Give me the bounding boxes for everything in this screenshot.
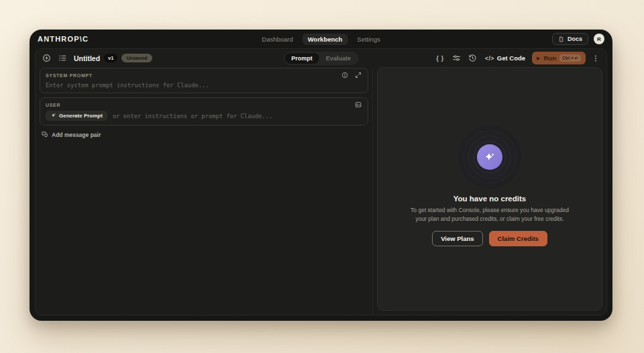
model-settings-icon[interactable] [450, 52, 462, 64]
user-message-input[interactable]: or enter instructions or prompt for Clau… [113, 113, 272, 119]
avatar[interactable]: R [594, 34, 604, 44]
variables-icon[interactable]: { } [434, 52, 446, 64]
sparkle-icon [50, 113, 56, 119]
nav-dashboard[interactable]: Dashboard [256, 34, 298, 45]
user-input-row: Generate Prompt or enter instructions or… [46, 111, 362, 121]
docs-label: Docs [568, 36, 582, 42]
credits-description: To get started with Console, please ensu… [408, 206, 572, 223]
get-code-button[interactable]: </> Get Code [482, 54, 528, 62]
get-code-label: Get Code [497, 54, 525, 62]
run-label: Run [543, 54, 555, 62]
user-message-actions [354, 101, 362, 109]
credits-actions: View Plans Claim Credits [432, 231, 547, 246]
add-message-pair-label: Add message pair [52, 132, 101, 138]
code-icon: </> [485, 55, 494, 62]
document-icon [558, 36, 565, 42]
add-message-pair-button[interactable]: Add message pair [41, 131, 101, 138]
credits-title: You have no credits [453, 195, 526, 203]
response-pane: You have no credits To get started with … [373, 67, 606, 315]
tab-prompt[interactable]: Prompt [284, 53, 319, 64]
prompt-title[interactable]: Untitled [74, 54, 100, 62]
kebab-menu-icon[interactable] [590, 52, 602, 64]
unsaved-badge: Unsaved [121, 54, 152, 62]
tab-evaluate[interactable]: Evaluate [319, 53, 358, 64]
prompt-list-icon[interactable] [56, 52, 68, 64]
system-prompt-box: SYSTEM PROMPT Enter system prompt instr [40, 68, 368, 93]
console-window: ANTHROP\C Dashboard Workbench Settings D… [30, 30, 612, 321]
image-attach-icon[interactable] [354, 101, 362, 109]
workbench-content: SYSTEM PROMPT Enter system prompt instr [36, 67, 606, 315]
system-prompt-header: SYSTEM PROMPT [46, 71, 362, 79]
anthropic-logo: ANTHROP\C [38, 35, 89, 43]
message-pair-icon [41, 131, 48, 138]
play-icon: ▶ [537, 56, 540, 61]
run-button[interactable]: ▶ Run Ctrl + ↵ [532, 52, 586, 64]
sparkle-icon [484, 151, 496, 163]
system-prompt-actions [341, 71, 362, 79]
generate-prompt-label: Generate Prompt [59, 113, 103, 119]
prompt-pane: SYSTEM PROMPT Enter system prompt instr [36, 67, 373, 315]
toolbar-left: Untitled v1 Unsaved [40, 52, 152, 64]
no-credits-card: You have no credits To get started with … [377, 67, 602, 311]
titlebar-right: Docs R [552, 33, 604, 45]
generate-prompt-button[interactable]: Generate Prompt [46, 111, 107, 121]
main-nav: Dashboard Workbench Settings [256, 34, 385, 45]
titlebar: ANTHROP\C Dashboard Workbench Settings D… [30, 30, 612, 48]
mode-toggle: Prompt Evaluate [283, 52, 359, 65]
page-background: ANTHROP\C Dashboard Workbench Settings D… [0, 0, 644, 353]
info-icon[interactable] [341, 71, 349, 79]
claim-credits-button[interactable]: Claim Credits [489, 231, 547, 246]
user-label: USER [46, 103, 60, 107]
view-plans-button[interactable]: View Plans [432, 231, 482, 246]
version-badge[interactable]: v1 [104, 54, 117, 62]
docs-button[interactable]: Docs [552, 33, 588, 45]
user-message-header: USER [46, 101, 362, 109]
nav-settings[interactable]: Settings [352, 34, 385, 45]
history-icon[interactable] [466, 52, 478, 64]
new-prompt-icon[interactable] [40, 52, 52, 64]
expand-icon[interactable] [354, 71, 362, 79]
toolbar-right: { } </> Get Code ▶ Run Ctrl + ↵ [434, 52, 602, 64]
run-shortcut-badge: Ctrl + ↵ [559, 54, 581, 62]
system-prompt-label: SYSTEM PROMPT [46, 73, 93, 78]
system-prompt-input[interactable]: Enter system prompt instructions for Cla… [46, 82, 362, 89]
sparkle-rings [458, 125, 522, 189]
workspace: Untitled v1 Unsaved Prompt Evaluate { } [35, 48, 607, 315]
workbench-toolbar: Untitled v1 Unsaved Prompt Evaluate { } [36, 49, 606, 67]
user-message-box: USER Generate Prompt [40, 97, 368, 125]
nav-workbench[interactable]: Workbench [303, 34, 348, 45]
sparkle-badge [477, 144, 502, 170]
